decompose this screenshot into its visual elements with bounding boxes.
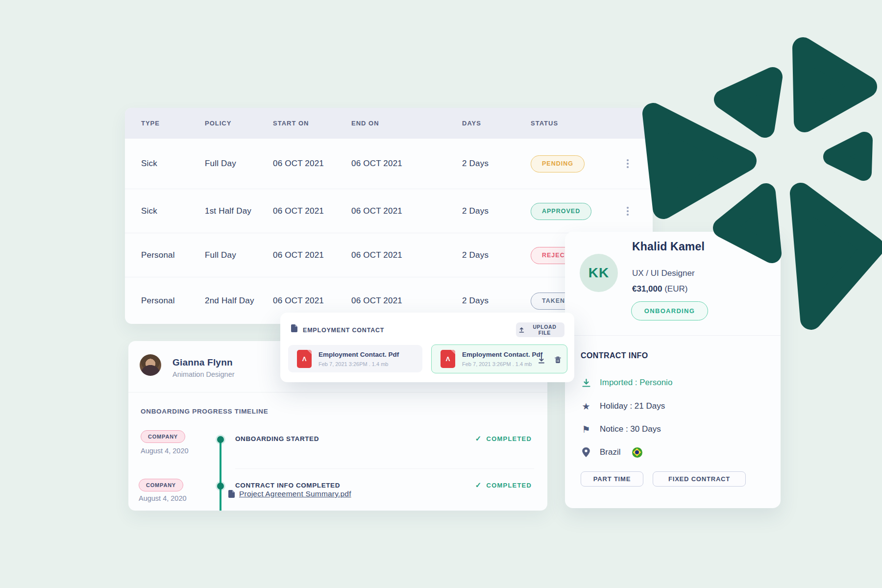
salary-amount: €31,000 bbox=[632, 284, 662, 294]
flag-icon bbox=[581, 424, 591, 435]
column-header-start-on: START ON bbox=[273, 108, 309, 139]
stage-badge: ONBOARDING bbox=[631, 301, 708, 320]
cell-policy: Full Day bbox=[205, 139, 236, 189]
star-icon bbox=[581, 401, 591, 412]
detail-text: Holiday : 21 Days bbox=[600, 401, 665, 411]
contract-info-heading: CONTRACT INFO bbox=[581, 351, 648, 360]
timeline-status: COMPLETED bbox=[475, 481, 532, 490]
timeline-dot bbox=[217, 436, 224, 443]
logo-triangle bbox=[801, 194, 873, 319]
import-download-icon bbox=[581, 378, 591, 388]
document-icon bbox=[291, 324, 297, 332]
employment-contract-popup: EMPLOYMENT CONTACT UPLOAD FILE Λ Employm… bbox=[280, 313, 574, 382]
avatar: KK bbox=[580, 254, 618, 292]
employee-role: Animation Designer bbox=[172, 370, 235, 378]
status-badge: APPROVED bbox=[531, 203, 591, 220]
download-icon[interactable] bbox=[537, 355, 546, 364]
timeline-date: August 4, 2020 bbox=[139, 494, 187, 502]
timeline-status-label: COMPLETED bbox=[487, 482, 532, 489]
detail-holiday: Holiday : 21 Days bbox=[581, 398, 665, 415]
timeline-tag-company: COMPANY bbox=[141, 430, 185, 443]
cell-policy: 2nd Half Day bbox=[205, 277, 254, 324]
timeline-status: COMPLETED bbox=[475, 434, 532, 443]
status-badge: PENDING bbox=[531, 155, 585, 172]
timeline-line bbox=[220, 439, 221, 511]
brazil-flag-icon bbox=[632, 447, 642, 458]
column-header-type: TYPE bbox=[141, 108, 160, 139]
cell-type: Personal bbox=[141, 277, 175, 324]
timeline-date: August 4, 2020 bbox=[141, 447, 189, 455]
cell-end-on: 06 OCT 2021 bbox=[351, 139, 402, 189]
column-header-status: STATUS bbox=[531, 108, 558, 139]
cell-days: 2 Days bbox=[462, 189, 489, 233]
timeline-entry-title: CONTRACT INFO COMPLETED bbox=[235, 482, 340, 489]
cell-type: Sick bbox=[141, 139, 157, 189]
upload-icon bbox=[519, 327, 524, 333]
cell-policy: Full Day bbox=[205, 233, 236, 277]
check-icon bbox=[475, 434, 482, 443]
divider bbox=[128, 392, 547, 392]
kebab-menu-icon[interactable] bbox=[623, 157, 632, 170]
timeline-attachment[interactable]: Project Agreement Summary.pdf bbox=[228, 490, 351, 498]
cell-start-on: 06 OCT 2021 bbox=[273, 139, 324, 189]
cell-end-on: 06 OCT 2021 bbox=[351, 189, 402, 233]
table-header: TYPE POLICY START ON END ON DAYS STATUS bbox=[125, 108, 653, 139]
candidate-salary: €31,000 (EUR) bbox=[632, 284, 687, 294]
divider bbox=[235, 468, 534, 469]
fixed-contract-tag-button[interactable]: FIXED CONTRACT bbox=[653, 471, 746, 487]
candidate-profile-card: KK Khalid Kamel UX / UI Designer €31,000… bbox=[565, 232, 781, 508]
upload-file-label: UPLOAD FILE bbox=[528, 324, 562, 336]
cell-days: 2 Days bbox=[462, 233, 489, 277]
avatar bbox=[140, 354, 161, 376]
salary-currency: (EUR) bbox=[662, 284, 687, 294]
candidate-role: UX / UI Designer bbox=[632, 269, 695, 278]
attachment-link[interactable]: Project Agreement Summary.pdf bbox=[239, 490, 351, 498]
detail-text: Imported : Personio bbox=[600, 378, 672, 388]
column-header-days: DAYS bbox=[462, 108, 481, 139]
upload-file-button[interactable]: UPLOAD FILE bbox=[516, 322, 564, 337]
logo-triangle bbox=[803, 48, 866, 122]
file-card-selected[interactable]: Λ Employment Contact. Pdf Feb 7, 2021 3:… bbox=[431, 344, 567, 373]
detail-text: Brazil bbox=[600, 447, 621, 457]
detail-notice: Notice : 30 Days bbox=[581, 421, 661, 438]
cell-days: 2 Days bbox=[462, 139, 489, 189]
logo-triangle bbox=[724, 77, 773, 128]
file-name: Employment Contact. Pdf bbox=[318, 351, 399, 358]
file-card[interactable]: Λ Employment Contact. Pdf Feb 7, 2021 3:… bbox=[288, 345, 422, 372]
pdf-file-icon: Λ bbox=[441, 350, 455, 368]
logo-triangle bbox=[832, 140, 864, 172]
file-name: Employment Contact. Pdf bbox=[462, 351, 542, 358]
cell-start-on: 06 OCT 2021 bbox=[273, 189, 324, 233]
trash-icon[interactable] bbox=[553, 355, 562, 364]
timeline-entry-title: ONBOARDING STARTED bbox=[235, 435, 319, 442]
candidate-name: Khalid Kamel bbox=[632, 240, 705, 253]
detail-imported: Imported : Personio bbox=[581, 374, 672, 391]
location-pin-icon bbox=[581, 447, 591, 457]
file-meta: Feb 7, 2021 3:26PM . 1.4 mb bbox=[318, 361, 388, 367]
part-time-tag-button[interactable]: PART TIME bbox=[581, 471, 643, 487]
popup-title: EMPLOYMENT CONTACT bbox=[303, 327, 384, 334]
cell-policy: 1st Half Day bbox=[205, 189, 251, 233]
timeline-dot bbox=[217, 483, 224, 490]
cell-type: Personal bbox=[141, 233, 175, 277]
cell-end-on: 06 OCT 2021 bbox=[351, 233, 402, 277]
column-header-policy: POLICY bbox=[205, 108, 231, 139]
table-row[interactable]: Sick 1st Half Day 06 OCT 2021 06 OCT 202… bbox=[125, 189, 653, 233]
table-row[interactable]: Sick Full Day 06 OCT 2021 06 OCT 2021 2 … bbox=[125, 139, 653, 189]
pdf-file-icon: Λ bbox=[297, 350, 312, 368]
document-icon bbox=[228, 490, 235, 498]
pdf-glyph: Λ bbox=[446, 355, 450, 363]
pdf-glyph: Λ bbox=[302, 355, 307, 363]
column-header-end-on: END ON bbox=[351, 108, 379, 139]
detail-location: Brazil bbox=[581, 444, 642, 461]
timeline-tag-company: COMPANY bbox=[139, 479, 183, 491]
cell-type: Sick bbox=[141, 189, 157, 233]
cell-start-on: 06 OCT 2021 bbox=[273, 233, 324, 277]
divider bbox=[565, 335, 781, 336]
timeline-heading: ONBOARDING PROGRESS TIMELINE bbox=[141, 408, 268, 415]
check-icon bbox=[475, 481, 482, 490]
kebab-menu-icon[interactable] bbox=[623, 205, 632, 218]
timeline-status-label: COMPLETED bbox=[487, 435, 532, 442]
employee-name: Gianna Flynn bbox=[172, 357, 233, 368]
detail-text: Notice : 30 Days bbox=[600, 424, 661, 434]
